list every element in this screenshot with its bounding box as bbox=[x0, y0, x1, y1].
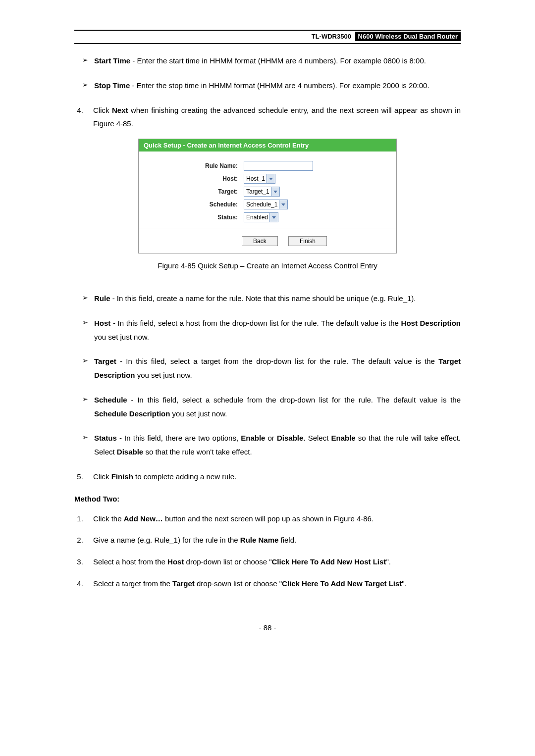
method-two-step-2: Give a name (e.g. Rule_1) for the rule i… bbox=[85, 533, 461, 555]
bullet-schedule: Schedule - In this field, select a sched… bbox=[85, 393, 461, 432]
method-two-step-1: Click the Add New… button and the next s… bbox=[85, 512, 461, 534]
method-two-step-4: Select a target from the Target drop-sow… bbox=[85, 577, 461, 599]
figure-caption: Figure 4-85 Quick Setup – Create an Inte… bbox=[74, 253, 461, 281]
product-name-badge: N600 Wireless Dual Band Router bbox=[355, 32, 461, 41]
method-two-heading: Method Two: bbox=[74, 492, 461, 512]
step-4: Click Next when finishing creating the a… bbox=[85, 103, 461, 139]
bullet-label: Stop Time bbox=[94, 81, 130, 90]
figure-panel: Quick Setup - Create an Internet Access … bbox=[138, 139, 397, 253]
label-target: Target: bbox=[139, 188, 244, 195]
method-two-step-3: Select a host from the Host drop-down li… bbox=[85, 555, 461, 577]
label-status: Status: bbox=[139, 214, 244, 221]
select-target[interactable]: Target_1 bbox=[244, 187, 280, 197]
page-number: - 88 - bbox=[74, 599, 461, 632]
label-rule-name: Rule Name: bbox=[139, 162, 244, 169]
chevron-down-icon bbox=[269, 213, 278, 222]
figure-title: Quick Setup - Create an Internet Access … bbox=[139, 139, 396, 151]
bullet-rule: Rule - In this field, create a name for … bbox=[85, 292, 461, 316]
select-host[interactable]: Host_1 bbox=[244, 174, 275, 184]
bullet-status: Status - In this field, there are two op… bbox=[85, 431, 461, 470]
bullet-target: Target - In this filed, select a target … bbox=[85, 354, 461, 393]
label-schedule: Schedule: bbox=[139, 201, 244, 208]
chevron-down-icon bbox=[271, 187, 279, 196]
model-number: TL-WDR3500 bbox=[312, 33, 351, 40]
chevron-down-icon bbox=[279, 200, 287, 209]
input-rule-name[interactable] bbox=[244, 161, 313, 171]
label-host: Host: bbox=[139, 175, 244, 182]
step-5: Click Finish to complete adding a new ru… bbox=[85, 470, 461, 492]
bullet-label: Start Time bbox=[94, 56, 130, 65]
select-schedule[interactable]: Schedule_1 bbox=[244, 200, 288, 209]
bullet-stop-time: Stop Time - Enter the stop time in HHMM … bbox=[85, 79, 461, 103]
header-line: TL-WDR3500 N600 Wireless Dual Band Route… bbox=[74, 31, 461, 43]
bullet-host: Host - In this field, select a host from… bbox=[85, 316, 461, 355]
back-button[interactable]: Back bbox=[242, 236, 278, 246]
bullet-start-time: Start Time - Enter the start time in HHM… bbox=[85, 54, 461, 79]
chevron-down-icon bbox=[267, 174, 275, 183]
finish-button[interactable]: Finish bbox=[288, 236, 327, 246]
select-status[interactable]: Enabled bbox=[244, 212, 278, 222]
